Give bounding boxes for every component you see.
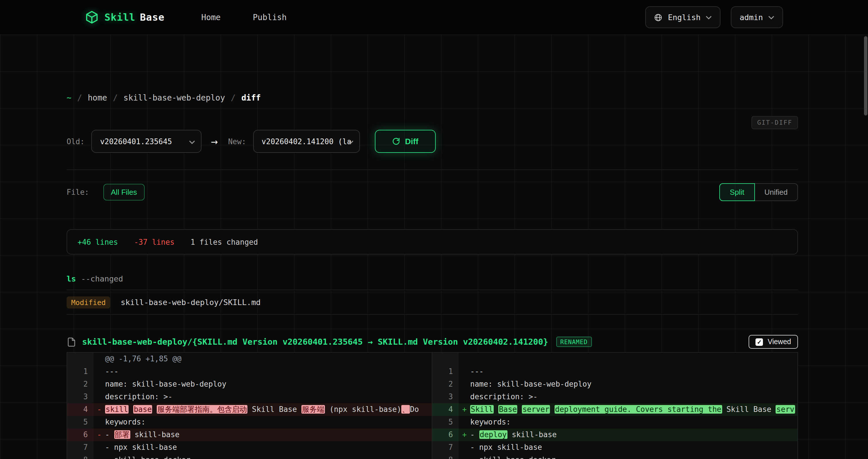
split-view: @@ -1,76 +1,85 @@1---2name: skill-base-w… xyxy=(67,353,797,459)
code-line: description: >- xyxy=(470,391,797,403)
diff-button[interactable]: Diff xyxy=(375,130,435,153)
diff-marker xyxy=(94,378,105,391)
diff-marker xyxy=(94,353,105,365)
diff-row: 5keywords: xyxy=(67,416,432,429)
diff-button-label: Diff xyxy=(405,137,418,146)
new-version-label: New: xyxy=(228,137,246,146)
diff-marker xyxy=(94,416,105,429)
split-view-button[interactable]: Split xyxy=(719,183,755,201)
line-number: 1 xyxy=(67,365,94,378)
line-number xyxy=(432,353,459,365)
code-segment: --- xyxy=(105,367,119,376)
line-number: 4 xyxy=(67,403,94,416)
files-changed: 1 files changed xyxy=(191,237,258,246)
hunk-header-text xyxy=(470,353,797,365)
breadcrumb-separator: / xyxy=(231,93,236,102)
viewed-toggle[interactable]: ✓ Viewed xyxy=(749,335,798,349)
diff-marker xyxy=(459,378,470,391)
code-segment: Do xyxy=(410,405,419,413)
line-number: 1 xyxy=(432,365,459,378)
code-line: - npx skill-base xyxy=(470,441,797,454)
diff-row: 4-skill base 服务端部署指南。包含启动 Skill Base 服务端… xyxy=(67,403,432,416)
breadcrumb-root[interactable]: ~ xyxy=(67,93,71,102)
code-segment: description: >- xyxy=(470,392,538,401)
brand[interactable]: SkillBase xyxy=(85,10,164,24)
code-line: - deploy skill-base xyxy=(470,429,797,441)
diff-marker xyxy=(94,365,105,378)
breadcrumb-home[interactable]: home xyxy=(88,93,107,102)
diff-file-header: skill-base-web-deploy/{SKILL.md Version … xyxy=(67,336,798,348)
diff-pane-left: @@ -1,76 +1,85 @@1---2name: skill-base-w… xyxy=(67,353,432,459)
brand-text: SkillBase xyxy=(104,11,164,23)
diff-row: 4+Skill Base server deployment guide. Co… xyxy=(432,403,797,416)
command-name: ls xyxy=(67,274,76,283)
nav-link-publish[interactable]: Publish xyxy=(253,12,287,22)
old-version-select[interactable]: v20260401.235645 xyxy=(92,130,202,153)
diff-row: 1--- xyxy=(432,365,797,378)
breadcrumb-repo[interactable]: skill-base-web-deploy xyxy=(123,93,225,102)
hunk-header-text: @@ -1,76 +1,85 @@ xyxy=(105,353,432,365)
language-selector[interactable]: English xyxy=(646,6,721,28)
all-files-button[interactable]: All Files xyxy=(103,183,144,200)
new-version-select[interactable]: v20260402.141200 (la xyxy=(253,130,360,153)
code-segment: skill-base xyxy=(507,430,557,439)
code-segment: skill-base xyxy=(130,430,179,439)
code-segment: - skill-base docker xyxy=(105,456,190,459)
code-line: keywords: xyxy=(470,416,797,429)
view-mode-toggle: Split Unified xyxy=(719,183,798,201)
code-segment: Skill xyxy=(470,405,494,413)
code-segment xyxy=(494,405,498,413)
diff-marker xyxy=(459,416,470,429)
code-segment: keywords: xyxy=(470,418,510,426)
code-segment xyxy=(550,405,555,413)
changed-file-path[interactable]: skill-base-web-deploy/SKILL.md xyxy=(121,297,260,307)
breadcrumb-separator: / xyxy=(77,93,82,102)
brand-skill: Skill xyxy=(104,11,135,23)
changed-file-row[interactable]: Modified skill-base-web-deploy/SKILL.md xyxy=(67,290,798,314)
diff-row: 3description: >- xyxy=(432,391,797,403)
code-line: keywords: xyxy=(105,416,432,429)
code-segment: deploy xyxy=(479,430,507,439)
diff-marker xyxy=(94,441,105,454)
diff-marker xyxy=(459,441,470,454)
code-segment: - npx skill-base xyxy=(470,443,542,452)
nav-links: Home Publish xyxy=(201,12,286,22)
unified-view-button[interactable]: Unified xyxy=(755,183,798,201)
lines-added: +46 lines xyxy=(78,237,118,246)
code-line: name: skill-base-web-deploy xyxy=(470,378,797,391)
chevron-down-icon xyxy=(347,140,353,144)
diff-row: 2name: skill-base-web-deploy xyxy=(432,378,797,391)
git-diff-tag: GIT-DIFF xyxy=(751,116,798,129)
hunk-header-row: @@ -1,76 +1,85 @@ xyxy=(67,353,432,365)
page-scrollbar-thumb[interactable] xyxy=(864,36,867,115)
lines-removed: -37 lines xyxy=(134,237,175,246)
diff-row: 8- skill-base docker xyxy=(432,454,797,459)
checkbox-checked-icon[interactable]: ✓ xyxy=(755,338,763,346)
code-line: Skill Base server deployment guide. Cove… xyxy=(470,403,797,416)
code-segment xyxy=(518,405,522,413)
command-flag: --changed xyxy=(81,274,123,283)
viewed-label: Viewed xyxy=(768,338,791,346)
code-segment: --- xyxy=(470,367,484,376)
code-segment: Skill Base xyxy=(722,405,776,413)
diff-marker: + xyxy=(459,429,470,441)
old-version-label: Old: xyxy=(67,137,85,146)
code-segment xyxy=(152,405,157,413)
diff-marker xyxy=(459,391,470,403)
diff-marker xyxy=(94,454,105,459)
code-segment xyxy=(129,405,133,413)
code-segment: 服务端 xyxy=(301,405,325,413)
command-line: ls--changed xyxy=(67,274,798,284)
code-line: --- xyxy=(470,365,797,378)
code-segment: deployment guide. Covers starting the xyxy=(555,405,722,413)
breadcrumb-current: diff xyxy=(241,93,260,102)
code-line: --- xyxy=(105,365,432,378)
code-segment: - skill-base docker xyxy=(470,456,555,459)
code-segment: 服务端部署指南。包含启动 xyxy=(157,405,247,413)
diff-marker xyxy=(459,353,470,365)
page: SkillBase Home Publish English admin ~ /… xyxy=(0,0,868,459)
user-menu[interactable]: admin xyxy=(731,6,783,28)
nav-link-home[interactable]: Home xyxy=(201,12,220,22)
line-number: 3 xyxy=(432,391,459,403)
diff-marker xyxy=(94,391,105,403)
